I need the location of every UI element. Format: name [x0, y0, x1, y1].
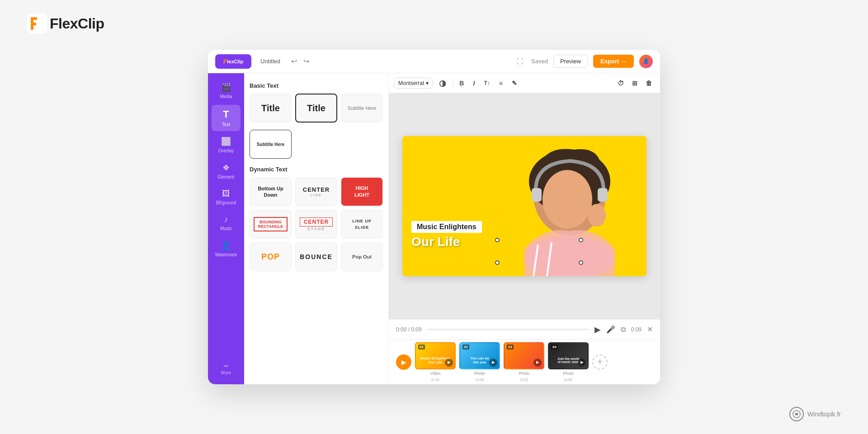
preview-button[interactable]: Preview — [553, 55, 588, 68]
font-selector[interactable]: Montserrat ▾ — [394, 78, 433, 89]
clip-num-1: 01 — [418, 344, 425, 349]
dyn-card-popout[interactable]: Pop Out — [341, 242, 383, 271]
bold-button[interactable]: B — [457, 78, 467, 89]
text-toolbar: Montserrat ▾ ◑ B I T↕ ≡ ✎ ⏱ ⊞ 🗑 — [389, 73, 660, 93]
grid-button[interactable]: ⊞ — [629, 78, 640, 89]
add-clip-button[interactable]: + — [592, 354, 608, 370]
timeline-clip-2[interactable]: 02 You can bethe one ▶ Photo 0:09 — [459, 342, 500, 382]
watermark: Windtopik.fr — [789, 407, 841, 421]
logo-flexclip: lexClip — [227, 59, 243, 64]
bkground-icon: 🖼 — [222, 189, 230, 198]
clip-duration-3: 0:03 — [520, 377, 528, 382]
dyn-card-center-stage[interactable]: CENTER STAGE — [295, 210, 337, 239]
music-icon: ♪ — [224, 215, 228, 224]
align-button[interactable]: ≡ — [496, 78, 505, 89]
handle-bl[interactable] — [495, 260, 500, 265]
fullscreen-button[interactable]: ⛶ — [514, 55, 526, 68]
text-icon: T — [223, 108, 229, 120]
logo-small: F lexClip — [215, 54, 251, 69]
undo-redo-group: ↩ ↪ — [289, 55, 311, 67]
timeline-play-button[interactable]: ▶ — [396, 354, 411, 370]
bounce-text: BOUNCE — [300, 253, 333, 260]
close-icon[interactable]: ✕ — [647, 325, 653, 334]
redo-button[interactable]: ↪ — [302, 55, 311, 67]
sidebar-item-overlay[interactable]: ⬜ Overlay — [212, 133, 241, 157]
sidebar-watermark-label: Watermark — [215, 252, 237, 258]
svg-rect-0 — [27, 14, 47, 33]
dyn-card-center[interactable]: CENTER LINE — [295, 177, 337, 206]
sidebar-item-music[interactable]: ♪ Music — [212, 211, 241, 235]
clip-thumb-2: 02 You can bethe one ▶ — [459, 342, 500, 369]
watermark-text: Windtopik.fr — [807, 410, 841, 418]
bottom-up-text: Bottom Up Down — [258, 185, 283, 198]
sidebar-item-text[interactable]: T Text — [212, 105, 241, 131]
handle-tl[interactable] — [495, 238, 500, 242]
play-button[interactable]: ▶ — [594, 325, 601, 335]
sidebar-item-element[interactable]: ❖ Element — [212, 159, 241, 184]
center-stage-text: CENTER STAGE — [300, 217, 333, 231]
contrast-button[interactable]: ◑ — [436, 76, 449, 90]
clip-icon-1: ▶ — [445, 359, 453, 367]
sidebar-text-label: Text — [222, 122, 230, 127]
clip-img-4: 04 Join the worldof music now! ▶ — [549, 343, 588, 368]
clip-img-2: 02 You can bethe one ▶ — [460, 343, 499, 368]
user-avatar[interactable]: 👤 — [639, 55, 653, 68]
center-text: CENTER LINE — [303, 186, 330, 197]
text-card-title1[interactable]: Title — [250, 94, 292, 123]
logo-f: F — [223, 58, 227, 65]
dyn-card-pop[interactable]: POP — [250, 242, 292, 271]
dyn-card-bounce[interactable]: BOUNCE — [295, 242, 337, 271]
timer-button[interactable]: ⏱ — [615, 78, 627, 89]
sidebar-overlay-label: Overlay — [218, 148, 234, 154]
undo-button[interactable]: ↩ — [289, 55, 299, 67]
element-icon: ❖ — [222, 163, 230, 173]
right-side: Montserrat ▾ ◑ B I T↕ ≡ ✎ ⏱ ⊞ 🗑 — [389, 73, 660, 384]
dyn-card-bottom-up[interactable]: Bottom Up Down — [250, 177, 292, 206]
player-controls: 0:00 / 0:09 ▶ 🎤 ⧉ 0:09 ✕ — [389, 319, 660, 339]
overlay-icon: ⬜ — [221, 137, 231, 146]
sidebar-more[interactable]: ••• More — [217, 360, 235, 379]
font-size-button[interactable]: T↕ — [481, 78, 492, 88]
export-button[interactable]: Export → — [593, 55, 634, 68]
dynamic-text-title: Dynamic Text — [250, 166, 383, 173]
delete-button[interactable]: 🗑 — [643, 78, 655, 89]
clip-num-2: 02 — [462, 344, 469, 349]
lineup-text: LINE UPSLIDE — [352, 218, 372, 231]
text-card-subtitle2[interactable]: Subtitle Here — [250, 130, 292, 159]
svg-point-10 — [588, 204, 606, 226]
progress-bar[interactable] — [427, 329, 589, 330]
clip-label-3: Photo — [519, 371, 529, 376]
clip-icon-3: ▶ — [533, 359, 542, 367]
sidebar-item-media[interactable]: 🎬 Media — [212, 79, 241, 103]
sidebar-item-watermark[interactable]: 👤 Watermark — [212, 237, 241, 261]
dyn-card-highlight[interactable]: HIGH LIGHT — [341, 177, 383, 206]
timeline-clip-3[interactable]: 03 ▶ Photo 0:03 — [504, 342, 544, 382]
copy-icon[interactable]: ⧉ — [621, 326, 626, 334]
clip-thumb-1: 01 Music EnlightensOur Life ▶ — [415, 342, 456, 369]
microphone-icon[interactable]: 🎤 — [606, 325, 615, 334]
timeline-clip-4[interactable]: 04 Join the worldof music now! ▶ Photo 0… — [548, 342, 589, 382]
sidebar-music-label: Music — [220, 226, 232, 231]
timeline-clip-1[interactable]: 01 Music EnlightensOur Life ▶ Video 0:16 — [415, 342, 456, 382]
basic-text-grid: Title Title Subtitle Here Subtitle Here — [250, 94, 383, 159]
preview-background: Music Enlightens Our Life — [402, 136, 646, 276]
handle-br[interactable] — [579, 260, 583, 265]
text-card-subtitle1[interactable]: Subtitle Here — [341, 94, 383, 123]
preview-text-overlay: Music Enlightens Our Life — [411, 221, 482, 249]
text-card-title2[interactable]: Title — [295, 94, 337, 123]
sidebar-element-label: Element — [218, 175, 235, 180]
dyn-card-lineup[interactable]: LINE UPSLIDE — [341, 210, 383, 239]
italic-button[interactable]: I — [470, 78, 477, 89]
dyn-card-bounding[interactable]: BOUNDINGRECTANGLE — [250, 210, 292, 239]
media-icon: 🎬 — [221, 82, 231, 92]
dynamic-text-grid: Bottom Up Down CENTER LINE — [250, 177, 383, 271]
end-time: 0:09 — [631, 326, 642, 333]
preview-area: Music Enlightens Our Life — [389, 93, 660, 319]
handle-tr[interactable] — [579, 238, 583, 242]
clip-icon-4: ▶ — [578, 359, 586, 367]
edit-button[interactable]: ✎ — [509, 78, 520, 89]
bounding-text: BOUNDINGRECTANGLE — [254, 217, 288, 231]
clip-label-4: Photo — [563, 371, 574, 376]
sidebar-item-bkground[interactable]: 🖼 BKground — [212, 185, 241, 209]
svg-rect-5 — [532, 188, 542, 202]
